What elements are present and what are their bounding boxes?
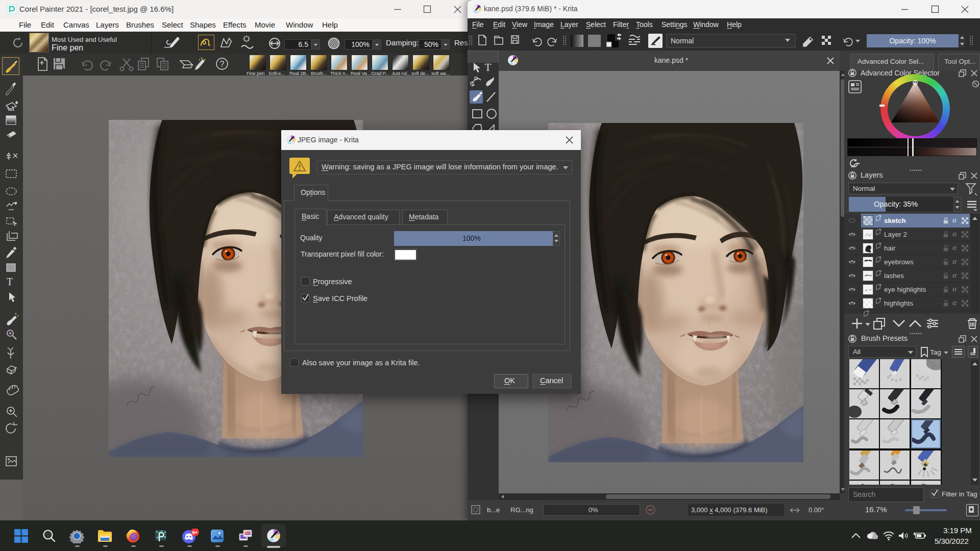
svg-text:T: T	[485, 61, 492, 73]
svg-text:9+: 9+	[192, 530, 198, 535]
svg-text:T: T	[7, 276, 13, 287]
svg-text:Opacity: 100%: Opacity: 100%	[889, 37, 936, 45]
svg-text:Tag: Tag	[930, 348, 941, 356]
svg-text:Normal: Normal	[671, 37, 694, 45]
